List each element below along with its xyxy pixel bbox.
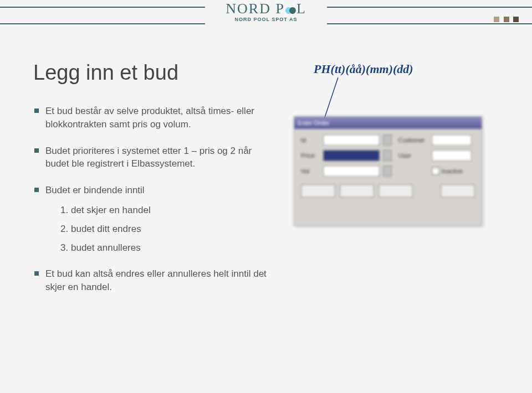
vol-label: Vol <box>301 168 323 174</box>
bullet-item: Budet er bindende inntil det skjer en ha… <box>33 184 272 254</box>
bullet-list: Et bud består av selve produktet, altså … <box>33 105 272 294</box>
header-band: NORD PL NORD POOL SPOT AS <box>0 0 532 28</box>
dialog-title: Enter Order <box>298 120 329 126</box>
sublist-item: budet annulleres <box>71 241 272 255</box>
vol-stepper[interactable] <box>383 166 392 177</box>
price-input[interactable] <box>323 150 380 161</box>
user-label: User <box>398 152 432 159</box>
bullet-item: Budet prioriteres i systemet etter 1 – p… <box>33 144 272 171</box>
corner-square-icon <box>513 17 519 22</box>
id-label: Id <box>301 137 323 143</box>
user-input[interactable] <box>432 150 472 161</box>
id-stepper[interactable] <box>383 135 392 146</box>
content-column: Legg inn et bud Et bud består av selve p… <box>33 61 272 307</box>
dialog-button[interactable] <box>340 184 374 198</box>
id-input[interactable] <box>323 135 380 146</box>
sublist-item: budet ditt endres <box>71 223 272 236</box>
dialog-titlebar: Enter Order <box>294 117 482 129</box>
logo-text-left: NORD P <box>226 1 285 17</box>
sublist-item: det skjer en handel <box>71 204 272 217</box>
annotation-pointer-line <box>321 77 355 122</box>
annotation-callout: PH(tt)(åå)(mm)(dd) <box>314 62 413 76</box>
corner-square-icon <box>494 17 499 22</box>
inactive-label: Inactive <box>442 168 463 174</box>
dialog-body: Id Customer Price User Vol Inactive <box>294 129 482 203</box>
svg-line-0 <box>324 77 338 119</box>
price-label: Price <box>301 152 323 159</box>
corner-square-icon <box>504 17 509 22</box>
logo: NORD PL NORD POOL SPOT AS <box>205 0 327 28</box>
vol-input[interactable] <box>323 166 380 177</box>
dialog-button[interactable] <box>301 184 335 198</box>
logo-main: NORD PL <box>205 0 327 17</box>
inactive-checkbox[interactable] <box>432 167 439 175</box>
numbered-sublist: det skjer en handel budet ditt endres bu… <box>45 204 272 254</box>
logo-text-right: L <box>296 1 306 17</box>
bullet-item: Et bud består av selve produktet, altså … <box>33 105 272 131</box>
form-row-vol: Vol Inactive <box>301 166 475 177</box>
bullet-item: Et bud kan altså endres eller annulleres… <box>33 267 272 294</box>
customer-label: Customer <box>398 137 432 143</box>
form-row-id: Id Customer <box>301 135 475 146</box>
price-stepper[interactable] <box>383 150 392 161</box>
corner-decoration <box>492 14 519 24</box>
dialog-button-row <box>301 184 475 198</box>
logo-subtitle: NORD POOL SPOT AS <box>205 17 327 22</box>
page-title: Legg inn et bud <box>33 61 272 85</box>
customer-input[interactable] <box>432 135 472 146</box>
dialog-button[interactable] <box>441 184 475 198</box>
bullet-item-text: Budet er bindende inntil <box>45 185 145 195</box>
form-row-price: Price User <box>301 150 475 161</box>
order-entry-dialog: Enter Order Id Customer Price User Vol I… <box>294 116 482 226</box>
dialog-button[interactable] <box>378 184 413 198</box>
